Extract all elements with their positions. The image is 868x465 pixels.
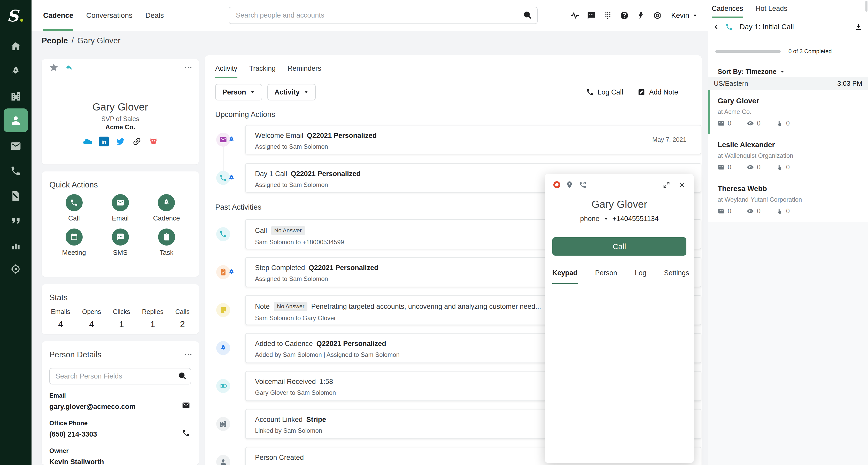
back-icon[interactable] [712, 23, 719, 30]
home-icon [10, 41, 22, 52]
stat-replies: Replies1 [142, 308, 163, 329]
cadence-step-title[interactable]: Day 1: Initial Call [740, 23, 794, 31]
scrollbar-thumb[interactable] [865, 1, 867, 12]
sidebar-item-templates[interactable] [0, 188, 32, 204]
download-icon[interactable] [855, 23, 862, 31]
tab-cadences[interactable]: Cadences [712, 5, 743, 18]
clicks-count: 0 [776, 120, 805, 127]
quick-action-sms[interactable]: SMS [112, 229, 129, 257]
sidebar-item-coaching[interactable] [0, 261, 32, 277]
nav-item-deals[interactable]: Deals [146, 0, 164, 31]
call-dialog-header [545, 174, 693, 189]
search-icon[interactable] [523, 11, 532, 20]
list-item-theresa-webb[interactable]: Theresa Webb at Weyland-Yutani Corporati… [708, 178, 868, 222]
breadcrumb: People / Gary Glover [41, 36, 120, 45]
phone-icon [586, 88, 594, 96]
person-fields-search-input[interactable] [49, 368, 191, 385]
more-options-icon[interactable] [184, 350, 193, 359]
quick-action-cadence[interactable]: Cadence [153, 194, 180, 222]
quick-action-task[interactable]: Task [158, 229, 175, 257]
sidebar-item-accounts[interactable] [0, 89, 32, 104]
envelope-icon [718, 208, 724, 214]
opens-count: 0 [747, 120, 776, 127]
list-item-leslie-alexander[interactable]: Leslie Alexander at Wallenquist Organiza… [708, 134, 868, 178]
star-icon[interactable] [49, 63, 59, 72]
list-item-gary-glover[interactable]: Gary Glover at Acme Co. 0 0 0 [708, 90, 868, 134]
sidebar-item-home[interactable] [0, 39, 32, 54]
field-office-phone: Office Phone (650) 214-3303 [49, 420, 191, 438]
emails-count: 0 [718, 207, 747, 215]
sidebar-item-email[interactable] [0, 138, 32, 154]
envelope-icon [718, 120, 724, 127]
chat-icon[interactable] [587, 11, 596, 20]
target-icon [10, 263, 22, 275]
tab-activity[interactable]: Activity [215, 65, 238, 78]
more-options-icon[interactable] [184, 63, 193, 72]
eye-icon [747, 164, 754, 171]
quick-action-call[interactable]: Call [66, 194, 83, 222]
phone-icon[interactable] [182, 429, 190, 437]
linkedin-icon[interactable]: in [99, 137, 109, 146]
sidebar-item-calls[interactable] [0, 163, 32, 179]
nav-item-conversations[interactable]: Conversations [86, 0, 132, 31]
twitter-icon[interactable] [116, 137, 125, 146]
tab-keypad[interactable]: Keypad [552, 269, 578, 284]
call-icon [216, 227, 230, 241]
envelope-icon [10, 140, 22, 152]
close-icon[interactable] [678, 181, 686, 189]
sms-icon [112, 229, 129, 245]
phone-transfer-icon[interactable] [579, 181, 587, 189]
sidebar-item-analytics[interactable] [0, 238, 32, 253]
help-icon[interactable] [620, 11, 629, 20]
tab-settings[interactable]: Settings [664, 269, 689, 284]
salesforce-icon[interactable] [83, 137, 92, 146]
owler-icon[interactable] [149, 137, 158, 146]
dialpad-icon[interactable] [603, 11, 612, 20]
envelope-icon[interactable] [182, 401, 190, 409]
sidebar-item-snippets[interactable] [0, 213, 32, 229]
person-company[interactable]: Acme Co. [41, 124, 199, 131]
nav-item-cadence[interactable]: Cadence [43, 0, 73, 31]
quick-action-email[interactable]: Email [112, 194, 129, 222]
tab-person[interactable]: Person [595, 269, 617, 284]
timezone-label: US/Eastern [714, 79, 748, 88]
person-filter-dropdown[interactable]: Person [215, 84, 262, 100]
search-icon[interactable] [178, 372, 187, 380]
lightning-icon[interactable] [637, 11, 645, 20]
breadcrumb-section[interactable]: People [41, 36, 68, 45]
stat-opens: Opens4 [82, 308, 101, 329]
side-panel-tabs: Cadences Hot Leads [712, 5, 787, 18]
call-dialog-tabs: Keypad Person Log Settings [545, 269, 693, 284]
user-menu[interactable]: Kevin [671, 11, 698, 20]
tab-tracking[interactable]: Tracking [249, 65, 276, 78]
quick-action-meeting[interactable]: Meeting [62, 229, 86, 257]
voicemail-icon [216, 379, 230, 393]
pulse-icon[interactable] [570, 11, 579, 20]
link-icon[interactable] [130, 135, 144, 148]
tab-log[interactable]: Log [635, 269, 646, 284]
reply-icon[interactable] [65, 64, 74, 72]
rocket-icon [227, 268, 235, 276]
location-pin-icon[interactable] [565, 181, 574, 189]
expand-icon[interactable] [663, 181, 671, 189]
apps-icon[interactable] [653, 11, 662, 20]
phone-type[interactable]: phone [580, 215, 599, 223]
sidebar-item-cadences[interactable] [0, 64, 32, 79]
rocket-icon [227, 136, 235, 143]
stat-clicks: Clicks1 [113, 308, 130, 329]
call-button[interactable]: Call [552, 237, 686, 256]
chevron-down-icon[interactable] [604, 217, 609, 221]
activity-card[interactable]: Welcome EmailQ22021 Personalized Assigne… [245, 125, 702, 155]
record-icon[interactable] [553, 181, 560, 188]
app-logo[interactable]: S. [0, 0, 32, 32]
sidebar-item-people[interactable] [0, 108, 32, 132]
tab-reminders[interactable]: Reminders [287, 65, 321, 78]
add-note-button[interactable]: Add Note [638, 88, 678, 96]
log-call-button[interactable]: Log Call [586, 88, 623, 96]
tab-hot-leads[interactable]: Hot Leads [755, 5, 787, 18]
activity-filter-dropdown[interactable]: Activity [268, 84, 316, 100]
sort-dropdown[interactable]: Sort By: Timezone [718, 68, 784, 76]
call-dialog-phone-row: phone +14045551134 [545, 215, 693, 223]
global-search-input[interactable] [228, 7, 537, 24]
chevron-down-icon [780, 69, 784, 74]
